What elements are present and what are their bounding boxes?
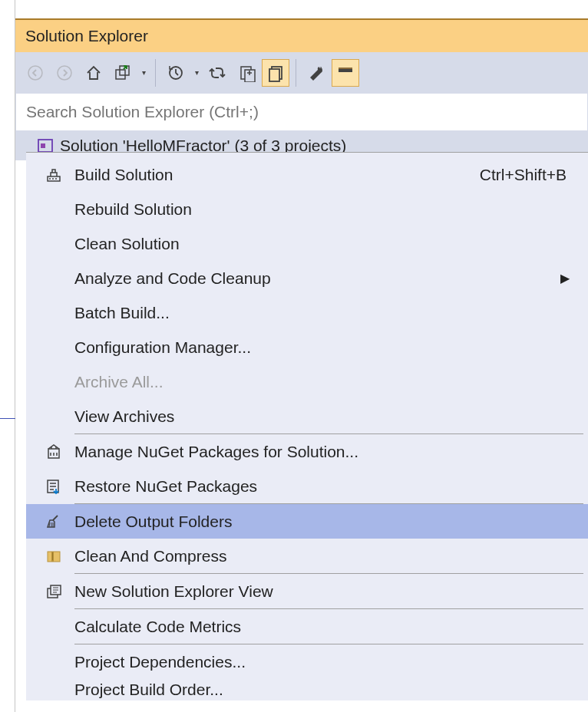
search-input[interactable] bbox=[26, 103, 587, 121]
pending-changes-dropdown[interactable]: ▾ bbox=[191, 68, 202, 77]
menu-build-label: Build Solution bbox=[74, 166, 480, 184]
new-view-icon bbox=[33, 583, 74, 600]
home-button[interactable] bbox=[80, 59, 107, 87]
menu-config-label: Configuration Manager... bbox=[74, 338, 588, 357]
preview-icon bbox=[337, 64, 354, 81]
menu-delete-output-label: Delete Output Folders bbox=[74, 513, 588, 531]
menu-clean-solution[interactable]: Clean Solution bbox=[26, 226, 588, 261]
menu-new-solution-view[interactable]: New Solution Explorer View bbox=[26, 574, 588, 608]
menu-view-archives[interactable]: View Archives bbox=[26, 399, 588, 433]
menu-archive-label: Archive All... bbox=[74, 373, 588, 391]
panel-title-text: Solution Explorer bbox=[25, 27, 148, 45]
context-menu: Build Solution Ctrl+Shift+B Rebuild Solu… bbox=[26, 152, 588, 700]
collapse-icon bbox=[237, 64, 256, 82]
switch-view-button[interactable] bbox=[109, 59, 137, 87]
forward-button[interactable] bbox=[51, 59, 78, 87]
back-button[interactable] bbox=[21, 59, 49, 87]
broom-icon bbox=[33, 513, 74, 530]
home-icon bbox=[84, 64, 103, 82]
gutter-divider bbox=[0, 418, 15, 419]
menu-analyze[interactable]: Analyze and Code Cleanup ▶ bbox=[26, 261, 588, 295]
menu-clean-label: Clean Solution bbox=[74, 235, 588, 253]
svg-point-16 bbox=[55, 178, 57, 180]
svg-rect-10 bbox=[339, 68, 352, 69]
menu-project-build-order[interactable]: Project Build Order... bbox=[26, 679, 588, 700]
nuget-icon bbox=[33, 443, 74, 460]
menu-analyze-label: Analyze and Code Cleanup bbox=[74, 269, 588, 288]
menu-build-order-label: Project Build Order... bbox=[74, 681, 588, 699]
sync-icon bbox=[208, 64, 226, 82]
menu-restore-nuget[interactable]: Restore NuGet Packages bbox=[26, 469, 588, 503]
forward-icon bbox=[56, 64, 73, 81]
menu-view-archives-label: View Archives bbox=[74, 407, 588, 426]
menu-configuration-manager[interactable]: Configuration Manager... bbox=[26, 330, 588, 364]
svg-point-15 bbox=[52, 178, 54, 180]
menu-batch-label: Batch Build... bbox=[74, 304, 588, 322]
properties-button[interactable] bbox=[302, 59, 330, 87]
menu-project-dependencies[interactable]: Project Dependencies... bbox=[26, 644, 588, 679]
menu-build-solution[interactable]: Build Solution Ctrl+Shift+B bbox=[26, 157, 588, 192]
menu-build-shortcut: Ctrl+Shift+B bbox=[480, 166, 588, 184]
build-icon bbox=[33, 166, 74, 183]
menu-delete-output-folders[interactable]: Delete Output Folders bbox=[26, 504, 588, 539]
preview-button[interactable] bbox=[332, 59, 359, 87]
compress-icon bbox=[33, 548, 74, 565]
panel-title-bar: Solution Explorer bbox=[15, 18, 588, 52]
menu-calc-metrics-label: Calculate Code Metrics bbox=[74, 618, 588, 636]
menu-archive-all: Archive All... bbox=[26, 364, 588, 399]
svg-rect-12 bbox=[41, 143, 45, 148]
clock-filter-icon bbox=[167, 64, 185, 82]
menu-calculate-metrics[interactable]: Calculate Code Metrics bbox=[26, 609, 588, 644]
svg-point-14 bbox=[49, 178, 51, 180]
toolbar: ▾ ▾ bbox=[15, 52, 588, 93]
menu-rebuild-label: Rebuild Solution bbox=[74, 200, 588, 219]
switch-view-dropdown[interactable]: ▾ bbox=[138, 68, 149, 77]
collapse-button[interactable] bbox=[233, 59, 260, 87]
svg-rect-8 bbox=[269, 69, 279, 81]
menu-new-view-label: New Solution Explorer View bbox=[74, 582, 588, 601]
menu-clean-compress[interactable]: Clean And Compress bbox=[26, 539, 588, 573]
sync-button[interactable] bbox=[203, 59, 231, 87]
wrench-icon bbox=[307, 64, 325, 82]
menu-rebuild-solution[interactable]: Rebuild Solution bbox=[26, 192, 588, 226]
toolbar-divider-2 bbox=[296, 59, 296, 87]
search-box[interactable] bbox=[15, 93, 588, 131]
left-gutter bbox=[0, 0, 15, 712]
menu-proj-deps-label: Project Dependencies... bbox=[74, 653, 588, 671]
svg-point-1 bbox=[58, 66, 71, 80]
menu-batch-build[interactable]: Batch Build... bbox=[26, 295, 588, 330]
toolbar-divider-1 bbox=[155, 59, 156, 87]
svg-rect-2 bbox=[116, 70, 125, 79]
restore-icon bbox=[33, 478, 74, 495]
switch-view-icon bbox=[114, 64, 132, 82]
show-all-icon bbox=[266, 64, 285, 82]
menu-restore-nuget-label: Restore NuGet Packages bbox=[74, 477, 588, 496]
svg-rect-9 bbox=[339, 69, 352, 72]
menu-manage-nuget[interactable]: Manage NuGet Packages for Solution... bbox=[26, 434, 588, 469]
menu-clean-compress-label: Clean And Compress bbox=[74, 547, 588, 565]
pending-changes-button[interactable] bbox=[162, 59, 190, 87]
menu-manage-nuget-label: Manage NuGet Packages for Solution... bbox=[74, 443, 588, 461]
back-icon bbox=[27, 64, 44, 81]
show-all-files-button[interactable] bbox=[262, 59, 289, 87]
svg-point-0 bbox=[28, 66, 42, 80]
submenu-arrow-icon: ▶ bbox=[560, 271, 570, 285]
